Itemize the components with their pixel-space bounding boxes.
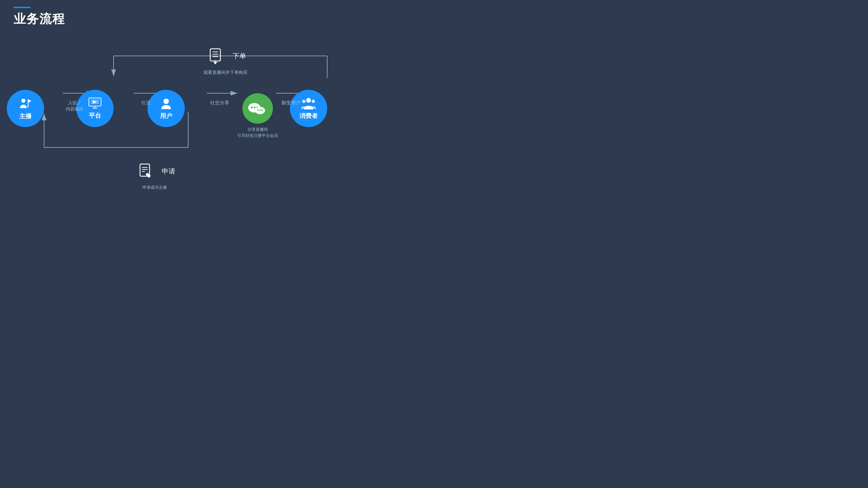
title-accent [14,7,31,8]
svg-point-27 [259,109,261,111]
svg-marker-43 [213,62,217,64]
page-title: 业务流程 [14,11,65,27]
apply-icon [134,159,158,183]
apply-node: 申请 申请成为主播 [134,159,175,190]
social-label: 社交分享 [210,100,229,106]
apply-label: 申请 [162,167,175,176]
svg-rect-38 [210,49,220,61]
svg-point-12 [21,99,25,103]
svg-point-23 [254,107,256,108]
order-sub-label: 观看直播间并下单购买 [203,69,248,76]
fission-label: 裂变用户 [281,100,300,106]
anchor-circle: 主播 [7,90,44,127]
apply-sub-label: 申请成为主播 [142,184,167,190]
platform-label: 平台 [89,111,101,120]
lead-label: 引流 [141,100,151,106]
user-label: 用户 [160,112,172,120]
anchor-label: 主播 [19,112,32,120]
svg-rect-36 [145,172,151,178]
wechat-node: 分享直播间 引导好友注册平台会员 [237,93,278,139]
svg-point-26 [257,109,259,111]
arrows-svg [0,0,434,244]
svg-point-30 [302,100,305,103]
user-circle: 用户 [147,90,185,127]
consumer-circle: 消费者 [290,90,327,127]
title-bar: 业务流程 [14,7,65,27]
svg-point-22 [251,107,253,108]
order-node: 下单 观看直播间并下单购买 [203,44,248,76]
svg-point-20 [163,99,169,104]
svg-point-31 [312,100,315,103]
wechat-icon [242,93,273,124]
svg-point-29 [306,98,311,103]
wechat-sub-label: 分享直播间 引导好友注册平台会员 [237,126,278,139]
order-label: 下单 [233,52,246,61]
svg-marker-14 [28,99,32,103]
enter-label: 入驻／ 内容输出 [66,100,83,112]
svg-point-28 [261,109,263,111]
consumer-label: 消费者 [299,112,318,120]
order-icon [205,44,229,68]
